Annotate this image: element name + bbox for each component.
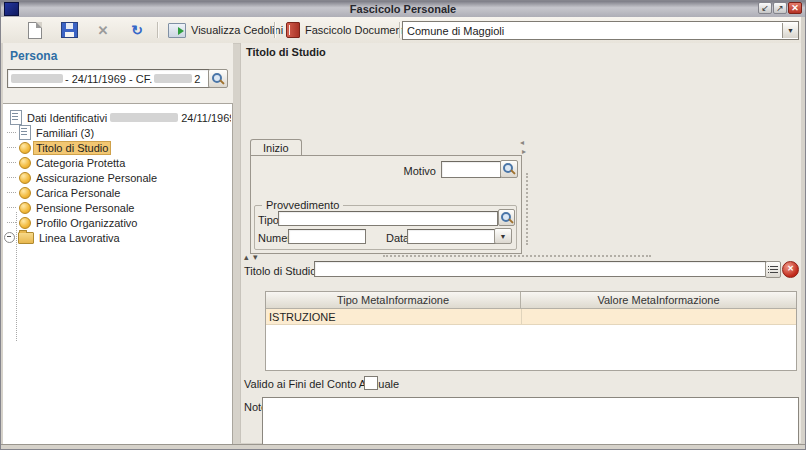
header-valore-metainformazione[interactable]: Valore MetaInformazione	[521, 292, 796, 308]
motivo-search-button[interactable]	[500, 160, 518, 178]
status-circle-icon	[19, 157, 31, 169]
status-circle-icon	[19, 142, 31, 154]
numero-input[interactable]	[288, 229, 366, 244]
cedolini-icon	[168, 23, 186, 38]
table-row[interactable]: ISTRUZIONE	[266, 309, 796, 325]
data-label: Data	[386, 232, 409, 244]
restore-icon: ↙	[761, 3, 769, 13]
maximize-icon: ↗	[776, 3, 784, 13]
header-tipo-metainformazione[interactable]: Tipo MetaInformazione	[266, 292, 521, 308]
restore-button[interactable]: ↙	[758, 2, 772, 14]
persona-input[interactable]: - 24/11/1969 - CF.2	[7, 69, 210, 88]
redacted-name	[110, 113, 178, 122]
table-header-row: Tipo MetaInformazione Valore MetaInforma…	[266, 292, 796, 309]
search-icon	[500, 211, 514, 225]
visualizza-cedolini-label: Visualizza Cedolini	[191, 24, 283, 36]
delete-button[interactable]: ✕	[90, 20, 116, 40]
tree-item-familiari[interactable]: Familiari (3)	[7, 125, 231, 140]
horizontal-splitter-handle[interactable]	[383, 255, 651, 257]
data-dropdown-button[interactable]: ▼	[494, 228, 512, 244]
cell-valore	[522, 309, 525, 324]
ente-combobox[interactable]: Comune di Maggioli ▼	[402, 21, 799, 40]
tree-item-label: Dati Identificativi	[27, 112, 107, 124]
tipo-search-button[interactable]	[498, 209, 515, 226]
window-title: Fascicolo Personale	[0, 3, 806, 15]
toolbar-separator	[399, 22, 400, 38]
status-circle-icon	[19, 187, 31, 199]
tree-item-titolo-di-studio[interactable]: Titolo di Studio	[7, 140, 231, 155]
persona-search-button[interactable]	[208, 69, 228, 88]
document-icon	[19, 125, 31, 140]
titolo-clear-button[interactable]: ✕	[782, 261, 799, 278]
tree-item-categoria-protetta[interactable]: Categoria Protetta	[7, 155, 231, 170]
tree-item-label: Categoria Protetta	[34, 157, 127, 169]
metainformazione-table: Tipo MetaInformazione Valore MetaInforma…	[265, 291, 797, 371]
status-circle-icon	[19, 217, 31, 229]
redacted-cf	[154, 74, 192, 83]
titolo-input[interactable]	[314, 261, 766, 277]
tree-item-label: Assicurazione Personale	[34, 172, 159, 184]
chevron-down-icon: ▼	[500, 233, 507, 240]
detail-header: Titolo di Studio	[246, 46, 326, 58]
tab-scroll-right-icon[interactable]: ▸	[522, 148, 526, 156]
tree-item-pensione-personale[interactable]: Pensione Personale	[7, 200, 231, 215]
refresh-icon: ↻	[131, 23, 143, 37]
folder-icon	[18, 232, 34, 244]
close-button[interactable]: ✕	[788, 2, 802, 14]
toolbar-separator	[274, 22, 275, 38]
tab-scroll-left-icon[interactable]: ◂	[520, 139, 524, 147]
toolbar-separator	[157, 22, 158, 38]
titolo-list-button[interactable]	[765, 261, 781, 278]
tree-item-carica-personale[interactable]: Carica Personale	[7, 185, 231, 200]
documentale-icon	[286, 22, 300, 38]
tree-item-label: Carica Personale	[34, 187, 122, 199]
tree-item-date: 24/11/1969 D	[181, 112, 231, 124]
search-icon	[502, 162, 516, 176]
tree-item-label: Profilo Organizzativo	[34, 217, 140, 229]
tab-inizio[interactable]: Inizio	[250, 139, 302, 156]
save-icon	[61, 22, 78, 38]
close-icon: ✕	[791, 3, 799, 13]
tree-item-label: Familiari (3)	[34, 127, 96, 139]
provvedimento-legend: Provvedimento	[262, 199, 343, 211]
persona-value: - 24/11/1969 - CF.	[65, 73, 152, 85]
save-button[interactable]	[56, 20, 82, 40]
maximize-button[interactable]: ↗	[773, 2, 787, 14]
tree-item-dati-identificativi[interactable]: Dati Identificativi 24/11/1969 D	[7, 110, 231, 125]
visualizza-cedolini-button[interactable]: Visualizza Cedolini	[163, 20, 288, 40]
vertical-splitter-handle[interactable]	[526, 173, 528, 245]
tipo-input[interactable]	[278, 211, 498, 226]
tree-item-label: Pensione Personale	[34, 202, 136, 214]
tree-item-profilo-organizzativo[interactable]: Profilo Organizzativo	[7, 215, 231, 230]
search-icon	[211, 72, 225, 86]
status-circle-icon	[19, 202, 31, 214]
titolo-di-studio-label: Titolo di Studio	[244, 265, 316, 277]
window-frame-bottom	[0, 444, 806, 450]
splitter-collapse-buttons[interactable]: ▴ ▾	[244, 252, 259, 262]
app-logo-icon	[4, 2, 19, 16]
tab-inizio-label: Inizio	[263, 142, 289, 154]
clear-icon: ✕	[782, 261, 799, 278]
tree-item-assicurazione-personale[interactable]: Assicurazione Personale	[7, 170, 231, 185]
redacted-name	[11, 74, 63, 83]
tree-item-linea-lavorativa[interactable]: Linea Lavorativa	[4, 230, 228, 245]
chevron-down-icon[interactable]: ▼	[782, 23, 798, 38]
delete-icon: ✕	[98, 23, 109, 38]
motivo-input[interactable]	[441, 161, 501, 178]
expander-icon[interactable]	[4, 232, 15, 243]
persona-tree: Dati Identificativi 24/11/1969 D Familia…	[3, 103, 233, 445]
new-document-icon	[28, 22, 42, 39]
valido-checkbox[interactable]	[364, 376, 378, 390]
new-button[interactable]	[22, 20, 48, 40]
refresh-button[interactable]: ↻	[124, 20, 150, 40]
persona-label: Persona	[10, 49, 57, 63]
cell-tipo: ISTRUZIONE	[266, 309, 522, 324]
note-textarea[interactable]	[262, 397, 799, 450]
data-input[interactable]	[407, 229, 497, 244]
tree-item-label: Linea Lavorativa	[37, 232, 122, 244]
window-frame-left	[0, 43, 3, 450]
titlebar[interactable]: Fascicolo Personale ↙ ↗ ✕	[0, 0, 806, 17]
tipo-label: Tipo	[258, 214, 279, 226]
ente-combobox-value: Comune di Maggioli	[403, 25, 782, 37]
motivo-label: Motivo	[370, 165, 436, 177]
